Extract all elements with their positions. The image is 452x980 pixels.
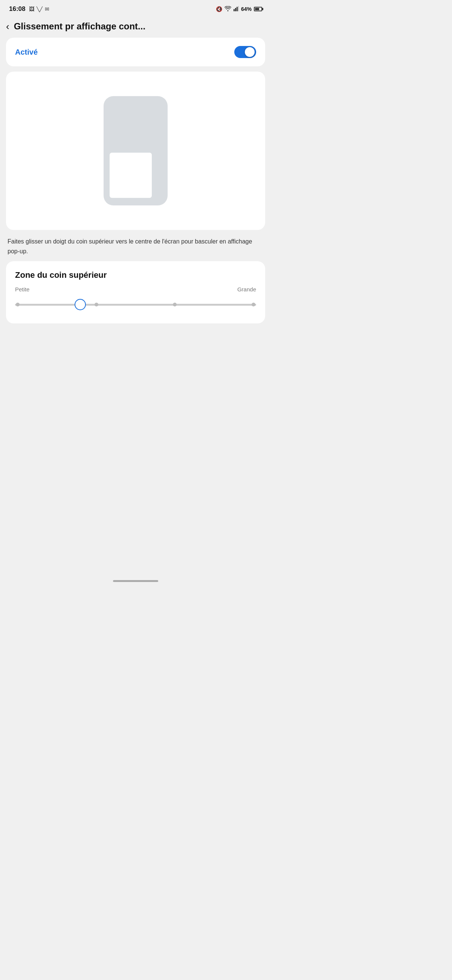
status-icons: 🖼 ╲╱ ✉ <box>29 6 49 12</box>
toggle-switch[interactable] <box>234 46 256 58</box>
wifi-icon <box>225 6 231 13</box>
zone-card: Zone du coin supérieur Petite Grande <box>6 261 265 323</box>
slider-min-label: Petite <box>15 286 29 293</box>
slider-dot-1 <box>16 303 20 306</box>
home-indicator <box>113 580 158 582</box>
svg-rect-0 <box>233 9 235 11</box>
illustration-card <box>6 72 265 230</box>
slider-labels: Petite Grande <box>15 286 256 293</box>
battery-percent: 64% <box>241 6 252 12</box>
mute-icon: 🔇 <box>216 6 222 12</box>
description-text: Faites glisser un doigt du coin supérieu… <box>6 235 265 256</box>
toggle-knob <box>245 47 255 57</box>
slider-thumb[interactable] <box>75 299 86 310</box>
svg-rect-1 <box>235 8 236 11</box>
status-bar: 16:08 🖼 ╲╱ ✉ 🔇 64% <box>0 0 271 17</box>
slider-dot-3 <box>95 303 98 306</box>
email-icon: ✉ <box>45 6 49 12</box>
slider-track <box>15 304 256 306</box>
battery-icon <box>254 7 262 11</box>
phone-inner-screen <box>109 153 152 198</box>
zone-title: Zone du coin supérieur <box>15 270 256 280</box>
toggle-label: Activé <box>15 48 38 57</box>
svg-rect-3 <box>238 6 239 11</box>
page-content: Activé Faites glisser un doigt du coin s… <box>0 38 271 323</box>
signal-alt-icon: ╲╱ <box>36 6 43 12</box>
status-time: 16:08 <box>9 5 25 13</box>
slider-max-label: Grande <box>237 286 256 293</box>
photo-icon: 🖼 <box>29 6 34 12</box>
status-left: 16:08 🖼 ╲╱ ✉ <box>9 5 49 13</box>
slider-container[interactable] <box>15 297 256 312</box>
phone-illustration <box>103 96 168 205</box>
toggle-card: Activé <box>6 38 265 66</box>
back-button[interactable]: ‹ <box>6 21 10 31</box>
slider-dot-4 <box>173 303 177 306</box>
svg-rect-2 <box>236 7 238 11</box>
slider-dot-5 <box>252 303 255 306</box>
page-header: ‹ Glissement pr affichage cont... <box>0 17 271 38</box>
page-title: Glissement pr affichage cont... <box>14 21 145 32</box>
network-icon <box>233 6 239 13</box>
status-right: 🔇 64% <box>216 6 262 13</box>
